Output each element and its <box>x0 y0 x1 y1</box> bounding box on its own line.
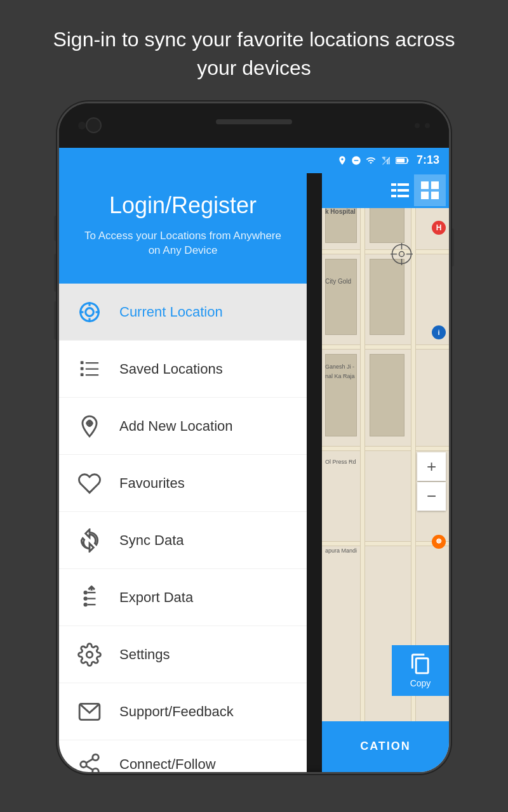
grid-view-button[interactable] <box>414 174 446 206</box>
front-camera <box>86 117 102 133</box>
map-label-ganesh: Ganesh Ji - <box>325 363 354 370</box>
menu-item-export-data[interactable]: Export Data <box>59 569 307 626</box>
menu-label-saved-locations: Saved Locations <box>119 361 223 377</box>
list-icon <box>75 355 104 383</box>
list-view-icon[interactable] <box>391 183 409 197</box>
map-top-bar <box>322 173 449 208</box>
phone-content: k Hospital City Gold Ganesh Ji - nal Ka … <box>59 173 449 772</box>
share-icon <box>75 750 104 771</box>
location-icon <box>337 155 347 166</box>
blue-marker: i <box>432 325 446 339</box>
zoom-in-button[interactable]: + <box>417 452 446 481</box>
pin-plus-icon <box>75 412 104 440</box>
menu-item-settings[interactable]: Settings <box>59 626 307 683</box>
svg-rect-1 <box>389 157 389 164</box>
map-block <box>370 354 404 436</box>
map-road <box>322 541 449 546</box>
login-subtitle: To Access your Locations from Anywhere o… <box>78 228 288 259</box>
status-bar: 7:13 <box>59 148 449 173</box>
sync-icon <box>75 526 104 554</box>
svg-point-45 <box>92 754 98 761</box>
map-label-pressrd: Ol Press Rd <box>325 459 356 465</box>
svg-line-48 <box>86 766 93 769</box>
svg-point-37 <box>83 596 87 600</box>
svg-point-38 <box>83 603 87 606</box>
sensor-2 <box>415 123 420 128</box>
svg-rect-12 <box>398 183 409 186</box>
map-label-citygold: City Gold <box>325 278 351 285</box>
target-icon <box>75 298 104 326</box>
svg-rect-13 <box>391 189 396 192</box>
sensor <box>78 122 86 129</box>
menu-item-add-new-location[interactable]: Add New Location <box>59 398 307 455</box>
menu-label-export-data: Export Data <box>119 589 193 606</box>
map-label-hospital: k Hospital <box>325 208 356 215</box>
mail-icon <box>75 697 104 726</box>
svg-rect-0 <box>387 159 387 164</box>
svg-rect-16 <box>398 195 409 197</box>
menu-item-connect[interactable]: Connect/Follow <box>59 740 307 771</box>
svg-point-43 <box>86 652 93 658</box>
svg-rect-20 <box>431 192 439 199</box>
hospital-marker: H <box>432 221 446 235</box>
svg-rect-15 <box>391 195 396 197</box>
minus-circle-icon <box>351 155 361 166</box>
menu-container: Current Location Saved L <box>59 284 307 771</box>
map-block <box>370 259 404 335</box>
status-icons: 7:13 <box>337 154 439 167</box>
copy-button[interactable]: Copy <box>392 645 449 696</box>
signal-icon <box>380 155 392 166</box>
copy-icon <box>410 653 432 675</box>
menu-label-connect: Connect/Follow <box>119 756 216 772</box>
menu-item-saved-locations[interactable]: Saved Locations <box>59 341 307 398</box>
menu-item-sync-data[interactable]: Sync Data <box>59 512 307 569</box>
heart-icon <box>75 469 104 497</box>
sensor-3 <box>425 123 430 128</box>
svg-point-22 <box>85 308 93 316</box>
svg-rect-11 <box>391 183 396 186</box>
svg-rect-30 <box>85 368 98 369</box>
map-road <box>322 344 449 350</box>
login-header: Login/Register To Access your Locations … <box>59 173 307 284</box>
svg-rect-14 <box>398 189 409 192</box>
svg-rect-3 <box>407 159 408 162</box>
svg-rect-4 <box>396 158 404 162</box>
bottom-strip: CATION <box>322 721 449 772</box>
phone-hardware-bar <box>59 103 449 148</box>
menu-label-current-location: Current Location <box>119 304 223 320</box>
menu-label-add-new-location: Add New Location <box>119 418 233 435</box>
menu-item-support-feedback[interactable]: Support/Feedback <box>59 683 307 740</box>
svg-point-6 <box>399 251 404 256</box>
battery-icon <box>396 155 410 166</box>
menu-item-current-location[interactable]: Current Location <box>59 284 307 341</box>
svg-point-36 <box>83 591 87 594</box>
om-marker: ☸ <box>432 535 446 549</box>
map-road <box>360 173 365 772</box>
map-road <box>322 446 449 451</box>
svg-rect-17 <box>421 181 429 189</box>
svg-rect-32 <box>85 374 98 376</box>
svg-point-46 <box>80 761 86 768</box>
menu-label-support-feedback: Support/Feedback <box>119 704 234 720</box>
svg-point-47 <box>92 768 98 772</box>
menu-label-sync-data: Sync Data <box>119 532 184 549</box>
phone-screen: 7:13 k Hos <box>57 102 451 774</box>
menu-item-favourites[interactable]: Favourites <box>59 455 307 512</box>
map-background: k Hospital City Gold Ganesh Ji - nal Ka … <box>322 173 449 772</box>
map-zoom-controls: + − <box>417 452 446 511</box>
promo-text: Sign-in to sync your favorite locations … <box>0 0 508 102</box>
login-title: Login/Register <box>78 192 288 219</box>
svg-line-49 <box>86 759 93 763</box>
map-road <box>322 249 449 254</box>
svg-rect-19 <box>421 192 429 199</box>
svg-rect-29 <box>80 367 83 370</box>
status-time: 7:13 <box>417 154 439 167</box>
map-block <box>325 259 357 335</box>
gear-icon <box>75 640 104 669</box>
speaker <box>216 119 292 124</box>
copy-label: Copy <box>410 678 431 688</box>
menu-label-favourites: Favourites <box>119 475 185 492</box>
zoom-out-button[interactable]: − <box>417 482 446 511</box>
svg-rect-18 <box>431 181 439 189</box>
svg-rect-31 <box>80 373 83 376</box>
